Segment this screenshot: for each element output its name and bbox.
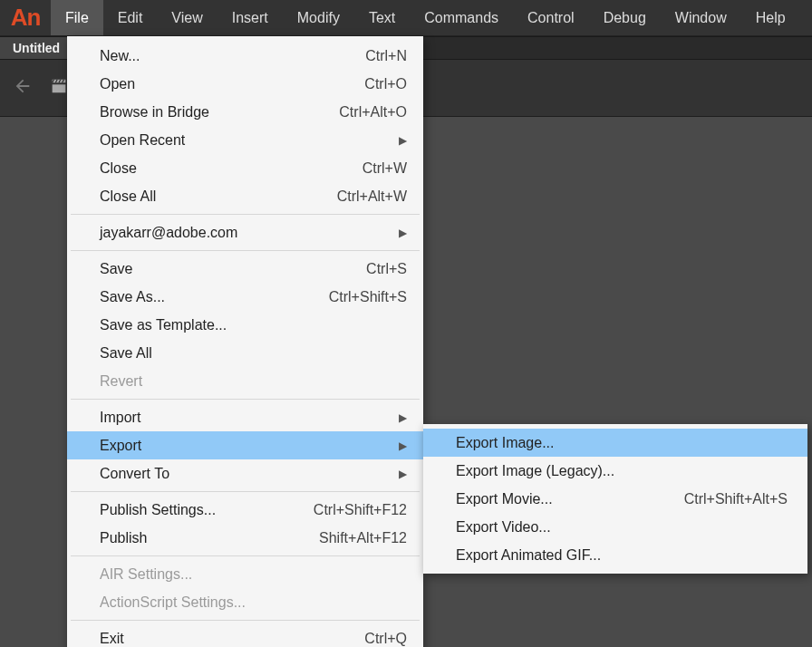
menu-publish-shortcut: Shift+Alt+F12 <box>319 530 407 546</box>
menu-save-template-label: Save as Template... <box>100 317 227 333</box>
menu-convert-to[interactable]: Convert To ▶ <box>67 459 423 488</box>
menu-debug[interactable]: Debug <box>589 0 661 35</box>
menu-browse-bridge[interactable]: Browse in Bridge Ctrl+Alt+O <box>67 98 423 126</box>
menu-export-movie-shortcut: Ctrl+Shift+Alt+S <box>684 491 788 507</box>
menu-browse-bridge-label: Browse in Bridge <box>100 104 209 121</box>
menu-export-movie[interactable]: Export Movie... Ctrl+Shift+Alt+S <box>423 485 807 513</box>
menu-export-image-legacy[interactable]: Export Image (Legacy)... <box>423 457 807 485</box>
menu-exit-label: Exit <box>100 631 124 647</box>
menu-save-as-label: Save As... <box>100 289 165 305</box>
menu-close-label: Close <box>100 160 137 177</box>
menu-export-label: Export <box>100 438 141 454</box>
menu-browse-bridge-shortcut: Ctrl+Alt+O <box>339 104 407 121</box>
back-arrow-icon[interactable] <box>13 76 33 100</box>
menu-export[interactable]: Export ▶ <box>67 431 423 459</box>
menu-export-image-legacy-label: Export Image (Legacy)... <box>456 463 614 479</box>
menu-separator <box>71 214 420 215</box>
menu-publish[interactable]: Publish Shift+Alt+F12 <box>67 524 423 552</box>
menu-actionscript-settings: ActionScript Settings... <box>67 588 423 616</box>
file-dropdown: New... Ctrl+N Open Ctrl+O Browse in Brid… <box>67 36 423 647</box>
menu-open-label: Open <box>100 76 135 92</box>
menu-open-recent[interactable]: Open Recent ▶ <box>67 126 423 154</box>
menu-revert-label: Revert <box>100 373 142 390</box>
menu-control[interactable]: Control <box>513 0 589 35</box>
menu-close-all[interactable]: Close All Ctrl+Alt+W <box>67 182 423 210</box>
app-logo: An <box>0 0 51 35</box>
menu-exit[interactable]: Exit Ctrl+Q <box>67 624 423 647</box>
menu-exit-shortcut: Ctrl+Q <box>364 631 407 647</box>
menu-save-as-shortcut: Ctrl+Shift+S <box>329 289 407 305</box>
menu-close-all-label: Close All <box>100 188 156 205</box>
menu-actionscript-settings-label: ActionScript Settings... <box>100 594 246 611</box>
menu-insert[interactable]: Insert <box>218 0 283 35</box>
menu-save-all[interactable]: Save All <box>67 339 423 367</box>
menu-account-label: jayakarr@adobe.com <box>100 225 237 241</box>
menu-import-label: Import <box>100 410 140 426</box>
menu-air-settings: AIR Settings... <box>67 560 423 588</box>
menu-view[interactable]: View <box>157 0 217 35</box>
menu-import[interactable]: Import ▶ <box>67 403 423 431</box>
menu-separator <box>71 555 420 556</box>
menu-commands[interactable]: Commands <box>410 0 513 35</box>
export-submenu: Export Image... Export Image (Legacy)...… <box>423 424 807 574</box>
menu-text[interactable]: Text <box>354 0 410 35</box>
menu-air-settings-label: AIR Settings... <box>100 566 192 583</box>
menu-export-gif[interactable]: Export Animated GIF... <box>423 541 807 569</box>
menu-separator <box>71 250 420 251</box>
menu-new[interactable]: New... Ctrl+N <box>67 42 423 70</box>
menu-save-as[interactable]: Save As... Ctrl+Shift+S <box>67 283 423 311</box>
menu-separator <box>71 399 420 400</box>
menu-save-template[interactable]: Save as Template... <box>67 311 423 339</box>
menu-edit[interactable]: Edit <box>103 0 158 35</box>
menu-separator <box>71 491 420 492</box>
menu-export-image[interactable]: Export Image... <box>423 429 807 457</box>
menu-publish-settings-shortcut: Ctrl+Shift+F12 <box>314 502 407 518</box>
menu-publish-settings-label: Publish Settings... <box>100 502 216 518</box>
chevron-right-icon: ▶ <box>399 411 407 424</box>
chevron-right-icon: ▶ <box>399 468 407 480</box>
menu-save-shortcut: Ctrl+S <box>366 261 407 277</box>
menubar: An File Edit View Insert Modify Text Com… <box>0 0 812 36</box>
menu-file[interactable]: File <box>51 0 103 35</box>
chevron-right-icon: ▶ <box>399 439 407 452</box>
menu-separator <box>71 620 420 621</box>
menu-export-video[interactable]: Export Video... <box>423 513 807 541</box>
menu-help[interactable]: Help <box>741 0 800 35</box>
menu-modify[interactable]: Modify <box>283 0 354 35</box>
menu-revert: Revert <box>67 367 423 395</box>
menu-save-all-label: Save All <box>100 345 152 362</box>
menu-window[interactable]: Window <box>661 0 741 35</box>
menu-open[interactable]: Open Ctrl+O <box>67 70 423 98</box>
menu-new-label: New... <box>100 48 140 64</box>
menu-open-recent-label: Open Recent <box>100 132 185 149</box>
menu-publish-label: Publish <box>100 530 147 546</box>
menu-export-video-label: Export Video... <box>456 519 551 536</box>
menu-account[interactable]: jayakarr@adobe.com ▶ <box>67 218 423 246</box>
menu-export-image-label: Export Image... <box>456 435 555 451</box>
menu-close[interactable]: Close Ctrl+W <box>67 154 423 182</box>
menu-convert-to-label: Convert To <box>100 466 169 482</box>
chevron-right-icon: ▶ <box>399 134 407 147</box>
menu-export-gif-label: Export Animated GIF... <box>456 547 601 564</box>
menu-open-shortcut: Ctrl+O <box>364 76 407 92</box>
menu-new-shortcut: Ctrl+N <box>365 48 407 64</box>
chevron-right-icon: ▶ <box>399 227 407 239</box>
menu-publish-settings[interactable]: Publish Settings... Ctrl+Shift+F12 <box>67 496 423 524</box>
document-tab[interactable]: Untitled <box>0 37 73 59</box>
menu-save[interactable]: Save Ctrl+S <box>67 255 423 283</box>
menu-close-all-shortcut: Ctrl+Alt+W <box>337 188 407 205</box>
clapperboard-icon[interactable] <box>49 76 69 100</box>
menu-export-movie-label: Export Movie... <box>456 491 553 507</box>
menu-close-shortcut: Ctrl+W <box>362 160 407 177</box>
menu-save-label: Save <box>100 261 132 277</box>
